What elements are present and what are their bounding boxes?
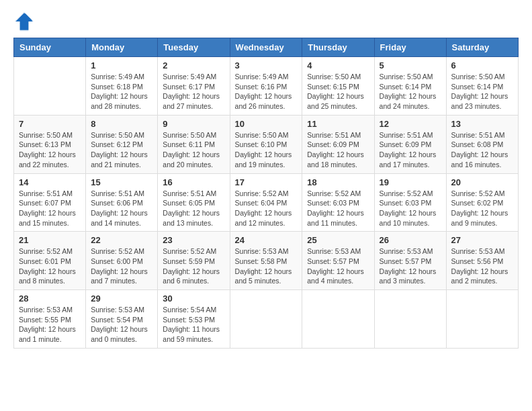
calendar-week-row: 7Sunrise: 5:50 AM Sunset: 6:13 PM Daylig… xyxy=(14,115,519,173)
calendar-cell: 16Sunrise: 5:51 AM Sunset: 6:05 PM Dayli… xyxy=(158,173,230,232)
calendar-cell: 1Sunrise: 5:49 AM Sunset: 6:18 PM Daylig… xyxy=(86,57,158,116)
day-number: 13 xyxy=(451,119,513,129)
calendar-cell: 22Sunrise: 5:52 AM Sunset: 6:00 PM Dayli… xyxy=(86,232,158,290)
day-number: 14 xyxy=(19,177,81,187)
calendar-cell: 23Sunrise: 5:52 AM Sunset: 5:59 PM Dayli… xyxy=(158,232,230,290)
day-info: Sunrise: 5:51 AM Sunset: 6:09 PM Dayligh… xyxy=(307,130,369,170)
calendar-cell: 9Sunrise: 5:50 AM Sunset: 6:11 PM Daylig… xyxy=(158,115,230,173)
calendar-cell: 17Sunrise: 5:52 AM Sunset: 6:04 PM Dayli… xyxy=(230,173,302,232)
header-thursday: Thursday xyxy=(302,38,374,57)
calendar-cell: 15Sunrise: 5:51 AM Sunset: 6:06 PM Dayli… xyxy=(86,173,158,232)
day-number: 5 xyxy=(380,60,441,71)
day-info: Sunrise: 5:51 AM Sunset: 6:05 PM Dayligh… xyxy=(163,189,224,228)
day-info: Sunrise: 5:53 AM Sunset: 5:54 PM Dayligh… xyxy=(91,305,152,345)
calendar-cell xyxy=(230,290,302,349)
day-info: Sunrise: 5:52 AM Sunset: 6:02 PM Dayligh… xyxy=(451,189,513,228)
day-info: Sunrise: 5:51 AM Sunset: 6:07 PM Dayligh… xyxy=(19,189,81,228)
day-info: Sunrise: 5:51 AM Sunset: 6:06 PM Dayligh… xyxy=(91,189,152,228)
calendar-week-row: 14Sunrise: 5:51 AM Sunset: 6:07 PM Dayli… xyxy=(14,173,519,232)
day-number: 6 xyxy=(451,60,513,71)
day-number: 3 xyxy=(235,60,298,71)
day-info: Sunrise: 5:52 AM Sunset: 6:01 PM Dayligh… xyxy=(19,246,81,286)
day-info: Sunrise: 5:50 AM Sunset: 6:13 PM Dayligh… xyxy=(19,130,81,170)
day-number: 2 xyxy=(163,60,224,71)
day-number: 25 xyxy=(307,235,369,245)
calendar-cell: 8Sunrise: 5:50 AM Sunset: 6:12 PM Daylig… xyxy=(86,115,158,173)
calendar-cell: 7Sunrise: 5:50 AM Sunset: 6:13 PM Daylig… xyxy=(14,115,86,173)
day-number: 20 xyxy=(451,177,513,187)
day-info: Sunrise: 5:53 AM Sunset: 5:57 PM Dayligh… xyxy=(380,246,441,286)
calendar-cell: 26Sunrise: 5:53 AM Sunset: 5:57 PM Dayli… xyxy=(374,232,446,290)
calendar-week-row: 28Sunrise: 5:53 AM Sunset: 5:55 PM Dayli… xyxy=(14,290,519,349)
calendar-table: SundayMondayTuesdayWednesdayThursdayFrid… xyxy=(13,38,519,349)
calendar-cell: 20Sunrise: 5:52 AM Sunset: 6:02 PM Dayli… xyxy=(446,173,518,232)
day-info: Sunrise: 5:53 AM Sunset: 5:55 PM Dayligh… xyxy=(19,305,81,345)
header-monday: Monday xyxy=(86,38,158,57)
day-number: 7 xyxy=(19,119,81,129)
calendar-cell: 30Sunrise: 5:54 AM Sunset: 5:53 PM Dayli… xyxy=(158,290,230,349)
calendar-cell xyxy=(374,290,446,349)
day-info: Sunrise: 5:49 AM Sunset: 6:16 PM Dayligh… xyxy=(235,72,298,111)
day-number: 22 xyxy=(91,235,152,245)
day-info: Sunrise: 5:50 AM Sunset: 6:12 PM Dayligh… xyxy=(91,130,152,170)
calendar-cell: 6Sunrise: 5:50 AM Sunset: 6:14 PM Daylig… xyxy=(446,57,518,116)
calendar-cell: 4Sunrise: 5:50 AM Sunset: 6:15 PM Daylig… xyxy=(302,57,374,116)
header-saturday: Saturday xyxy=(446,38,518,57)
day-info: Sunrise: 5:49 AM Sunset: 6:17 PM Dayligh… xyxy=(163,72,224,111)
calendar-cell: 21Sunrise: 5:52 AM Sunset: 6:01 PM Dayli… xyxy=(14,232,86,290)
day-number: 17 xyxy=(235,177,298,187)
day-number: 28 xyxy=(19,293,81,304)
day-info: Sunrise: 5:52 AM Sunset: 6:03 PM Dayligh… xyxy=(380,189,441,228)
header-tuesday: Tuesday xyxy=(158,38,230,57)
day-number: 27 xyxy=(451,235,513,245)
day-number: 15 xyxy=(91,177,152,187)
calendar-cell: 27Sunrise: 5:53 AM Sunset: 5:56 PM Dayli… xyxy=(446,232,518,290)
day-number: 23 xyxy=(163,235,224,245)
day-info: Sunrise: 5:53 AM Sunset: 5:56 PM Dayligh… xyxy=(451,246,513,286)
calendar-cell: 18Sunrise: 5:52 AM Sunset: 6:03 PM Dayli… xyxy=(302,173,374,232)
day-info: Sunrise: 5:51 AM Sunset: 6:09 PM Dayligh… xyxy=(380,130,441,170)
day-info: Sunrise: 5:52 AM Sunset: 5:59 PM Dayligh… xyxy=(163,246,224,286)
day-info: Sunrise: 5:50 AM Sunset: 6:11 PM Dayligh… xyxy=(163,130,224,170)
header-friday: Friday xyxy=(374,38,446,57)
calendar-week-row: 1Sunrise: 5:49 AM Sunset: 6:18 PM Daylig… xyxy=(14,57,519,116)
day-number: 24 xyxy=(235,235,298,245)
day-info: Sunrise: 5:52 AM Sunset: 6:03 PM Dayligh… xyxy=(307,189,369,228)
logo-icon xyxy=(13,11,35,32)
day-number: 19 xyxy=(380,177,441,187)
logo xyxy=(13,11,38,32)
day-info: Sunrise: 5:50 AM Sunset: 6:14 PM Dayligh… xyxy=(451,72,513,111)
calendar-cell: 28Sunrise: 5:53 AM Sunset: 5:55 PM Dayli… xyxy=(14,290,86,349)
calendar-cell xyxy=(446,290,518,349)
calendar-cell xyxy=(14,57,86,116)
day-number: 30 xyxy=(163,293,224,304)
calendar-cell: 13Sunrise: 5:51 AM Sunset: 6:08 PM Dayli… xyxy=(446,115,518,173)
day-info: Sunrise: 5:50 AM Sunset: 6:15 PM Dayligh… xyxy=(307,72,369,111)
calendar-cell: 2Sunrise: 5:49 AM Sunset: 6:17 PM Daylig… xyxy=(158,57,230,116)
day-number: 12 xyxy=(380,119,441,129)
calendar-week-row: 21Sunrise: 5:52 AM Sunset: 6:01 PM Dayli… xyxy=(14,232,519,290)
day-info: Sunrise: 5:53 AM Sunset: 5:57 PM Dayligh… xyxy=(307,246,369,286)
day-info: Sunrise: 5:50 AM Sunset: 6:10 PM Dayligh… xyxy=(235,130,298,170)
calendar-cell: 14Sunrise: 5:51 AM Sunset: 6:07 PM Dayli… xyxy=(14,173,86,232)
calendar-cell xyxy=(302,290,374,349)
calendar-cell: 10Sunrise: 5:50 AM Sunset: 6:10 PM Dayli… xyxy=(230,115,302,173)
day-info: Sunrise: 5:54 AM Sunset: 5:53 PM Dayligh… xyxy=(163,305,224,345)
day-number: 18 xyxy=(307,177,369,187)
header-sunday: Sunday xyxy=(14,38,86,57)
calendar-cell: 29Sunrise: 5:53 AM Sunset: 5:54 PM Dayli… xyxy=(86,290,158,349)
header-wednesday: Wednesday xyxy=(230,38,302,57)
calendar-cell: 5Sunrise: 5:50 AM Sunset: 6:14 PM Daylig… xyxy=(374,57,446,116)
day-number: 9 xyxy=(163,119,224,129)
calendar-header-row: SundayMondayTuesdayWednesdayThursdayFrid… xyxy=(14,38,519,57)
calendar-cell: 3Sunrise: 5:49 AM Sunset: 6:16 PM Daylig… xyxy=(230,57,302,116)
day-number: 8 xyxy=(91,119,152,129)
day-number: 26 xyxy=(380,235,441,245)
calendar-cell: 12Sunrise: 5:51 AM Sunset: 6:09 PM Dayli… xyxy=(374,115,446,173)
day-number: 4 xyxy=(307,60,369,71)
header xyxy=(13,11,519,32)
calendar-cell: 11Sunrise: 5:51 AM Sunset: 6:09 PM Dayli… xyxy=(302,115,374,173)
day-info: Sunrise: 5:52 AM Sunset: 6:00 PM Dayligh… xyxy=(91,246,152,286)
day-info: Sunrise: 5:49 AM Sunset: 6:18 PM Dayligh… xyxy=(91,72,152,111)
day-number: 10 xyxy=(235,119,298,129)
